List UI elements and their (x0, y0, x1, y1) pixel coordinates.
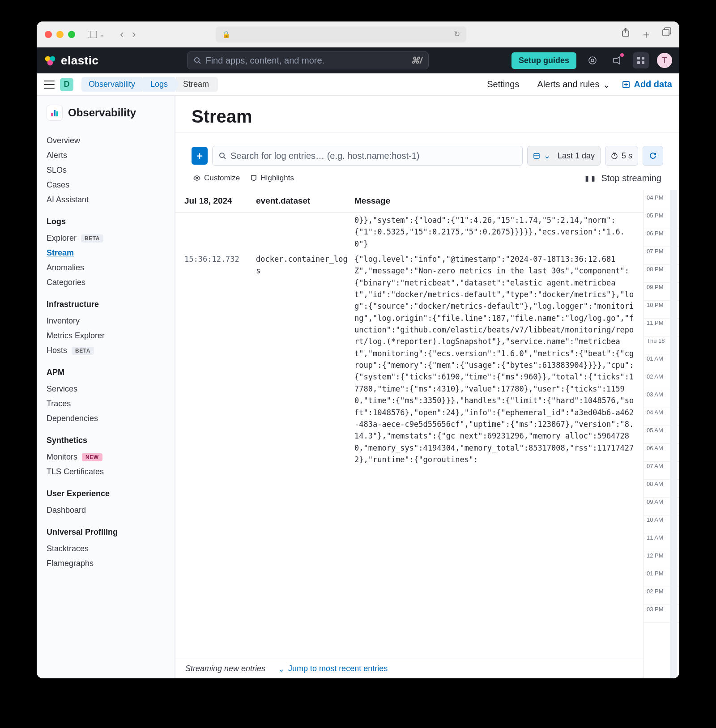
date-picker[interactable]: ⌄ Last 1 day (527, 146, 601, 166)
time-minimap[interactable]: 04 PM05 PM06 PM07 PM08 PM09 PM10 PM11 PM… (644, 190, 679, 678)
nav-heading: Universal Profiling (47, 528, 165, 537)
highlights-button[interactable]: Highlights (251, 174, 294, 183)
col-header-message: Message (354, 196, 635, 206)
share-icon[interactable] (621, 27, 630, 42)
news-icon[interactable] (609, 52, 625, 68)
side-navigation: Observability OverviewAlertsSLOsCasesAI … (37, 96, 175, 678)
log-row[interactable]: 15:36:12.732docker.container_logs{"log.l… (175, 251, 644, 467)
breadcrumb-bar: D Observability Logs Stream Settings Ale… (37, 73, 679, 96)
svg-rect-21 (56, 111, 58, 116)
nav-link-stream[interactable]: Stream (47, 246, 165, 260)
svg-point-10 (589, 57, 596, 64)
nav-alerts[interactable]: Alerts and rules⌄ (537, 79, 610, 90)
close-window-icon[interactable] (45, 31, 52, 38)
browser-titlebar: ⌄ ‹ › 🔒 ↻ ＋ (37, 21, 679, 47)
nav-link-overview[interactable]: Overview (47, 133, 165, 148)
main-content: Stream ＋ Search for log entries… (e.g. h… (175, 96, 679, 678)
highlight-icon (251, 175, 257, 182)
search-icon (194, 57, 201, 64)
nav-link-inventory[interactable]: Inventory (47, 314, 165, 328)
svg-line-9 (199, 62, 200, 64)
log-row-continuation[interactable]: 0}},"system":{"load":{"1":4.26,"15":1.74… (175, 213, 644, 251)
nav-link-dashboard[interactable]: Dashboard (47, 503, 165, 518)
log-table: Jul 18, 2024 event.dataset Message 0}},"… (175, 190, 644, 678)
maximize-window-icon[interactable] (68, 31, 75, 38)
nav-link-cases[interactable]: Cases (47, 178, 165, 192)
badge: BETA (81, 234, 103, 243)
sidebar-toggle-icon[interactable]: ⌄ (88, 31, 105, 38)
nav-link-stacktraces[interactable]: Stacktraces (47, 541, 165, 556)
svg-point-7 (47, 60, 53, 65)
svg-rect-12 (637, 57, 640, 60)
nav-link-monitors[interactable]: MonitorsNEW (47, 450, 165, 464)
badge: NEW (82, 453, 102, 461)
global-search[interactable]: Find apps, content, and more. ⌘/ (187, 51, 429, 69)
refresh-button[interactable] (643, 146, 663, 166)
refresh-interval[interactable]: 5 s (605, 146, 638, 166)
brand-text: elastic (61, 54, 98, 68)
stop-streaming-button[interactable]: ▮▮ Stop streaming (584, 173, 661, 183)
pause-icon: ▮▮ (584, 173, 597, 183)
nav-link-anomalies[interactable]: Anomalies (47, 260, 165, 275)
nav-link-alerts[interactable]: Alerts (47, 148, 165, 163)
nav-link-metrics-explorer[interactable]: Metrics Explorer (47, 328, 165, 343)
url-bar[interactable]: 🔒 ↻ (216, 26, 466, 43)
nav-settings[interactable]: Settings (487, 79, 519, 89)
nav-link-ai-assistant[interactable]: AI Assistant (47, 192, 165, 207)
back-icon[interactable]: ‹ (120, 27, 124, 41)
streaming-status: Streaming new entries (185, 664, 265, 673)
chevron-down-icon: ⌄ (278, 664, 285, 674)
calendar-icon (533, 152, 540, 159)
svg-point-11 (591, 59, 594, 62)
nav-link-dependencies[interactable]: Dependencies (47, 411, 165, 426)
nav-link-flamegraphs[interactable]: Flamegraphs (47, 556, 165, 571)
svg-rect-20 (54, 110, 55, 116)
crumb-observability[interactable]: Observability (81, 77, 142, 92)
new-tab-icon[interactable]: ＋ (641, 27, 652, 42)
col-header-date: Jul 18, 2024 (184, 196, 256, 206)
svg-point-22 (220, 153, 224, 158)
nav-link-explorer[interactable]: ExplorerBETA (47, 231, 165, 246)
nav-link-traces[interactable]: Traces (47, 396, 165, 411)
nav-heading: User Experience (47, 489, 165, 498)
nav-link-categories[interactable]: Categories (47, 275, 165, 290)
badge: BETA (72, 347, 94, 355)
nav-link-hosts[interactable]: HostsBETA (47, 343, 165, 358)
nav-link-services[interactable]: Services (47, 382, 165, 396)
nav-toggle-icon[interactable] (44, 81, 55, 89)
search-shortcut: ⌘/ (411, 55, 422, 66)
apps-icon[interactable] (633, 52, 649, 68)
tabs-icon[interactable] (662, 27, 671, 42)
log-search-input[interactable]: Search for log entries… (e.g. host.name:… (212, 146, 523, 166)
svg-point-8 (195, 58, 199, 62)
window-controls (45, 31, 75, 38)
search-placeholder: Find apps, content, and more. (205, 55, 324, 66)
svg-rect-24 (534, 153, 539, 158)
nav-heading: Infrastructure (47, 300, 165, 309)
chevron-down-icon: ⌄ (544, 151, 550, 161)
minimize-window-icon[interactable] (56, 31, 64, 38)
add-data-button[interactable]: Add data (622, 79, 672, 89)
customize-button[interactable]: Customize (193, 174, 240, 183)
setup-guides-button[interactable]: Setup guides (511, 52, 576, 69)
user-avatar[interactable]: T (657, 53, 672, 68)
page-title: Stream (192, 106, 663, 127)
search-icon (219, 152, 226, 159)
add-filter-button[interactable]: ＋ (192, 147, 208, 165)
help-icon[interactable] (584, 52, 601, 68)
chevron-down-icon: ⌄ (603, 79, 610, 90)
nav-link-tls-certificates[interactable]: TLS Certificates (47, 464, 165, 479)
forward-icon[interactable]: › (132, 27, 136, 41)
crumb-logs[interactable]: Logs (143, 77, 175, 92)
brand-logo[interactable]: elastic (44, 54, 98, 68)
nav-link-slos[interactable]: SLOs (47, 163, 165, 178)
svg-rect-0 (88, 31, 97, 38)
nav-heading: Synthetics (47, 436, 165, 445)
reload-icon[interactable]: ↻ (454, 30, 460, 39)
space-selector[interactable]: D (60, 78, 73, 91)
svg-rect-4 (663, 30, 669, 36)
svg-rect-15 (642, 61, 644, 64)
svg-point-29 (196, 177, 198, 179)
jump-to-recent-link[interactable]: ⌄ Jump to most recent entries (278, 664, 388, 674)
stream-footer: Streaming new entries ⌄ Jump to most rec… (175, 659, 644, 678)
